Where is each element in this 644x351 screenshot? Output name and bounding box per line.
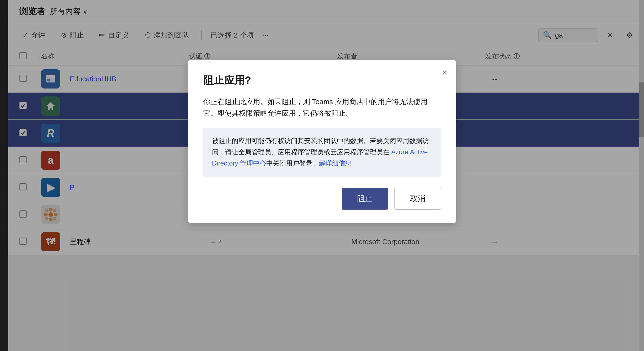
modal-overlay: × 阻止应用? 你正在阻止此应用。如果阻止，则 Teams 应用商店中的用户将无… <box>0 0 644 351</box>
modal-title: 阻止应用? <box>203 73 441 87</box>
confirm-block-button[interactable]: 阻止 <box>342 188 388 210</box>
modal-close-button[interactable]: × <box>442 68 448 77</box>
modal-info-box: 被阻止的应用可能仍有权访问其安装的团队中的数据。若要关闭应用数据访问，请让全局管… <box>203 128 441 176</box>
cancel-button[interactable]: 取消 <box>394 188 441 210</box>
block-app-modal: × 阻止应用? 你正在阻止此应用。如果阻止，则 Teams 应用商店中的用户将无… <box>188 60 456 223</box>
modal-actions: 阻止 取消 <box>203 188 441 210</box>
modal-body-text: 你正在阻止此应用。如果阻止，则 Teams 应用商店中的用户将无法使用它。即使其… <box>203 96 441 119</box>
learn-more-link[interactable]: 解详细信息 <box>319 159 352 167</box>
